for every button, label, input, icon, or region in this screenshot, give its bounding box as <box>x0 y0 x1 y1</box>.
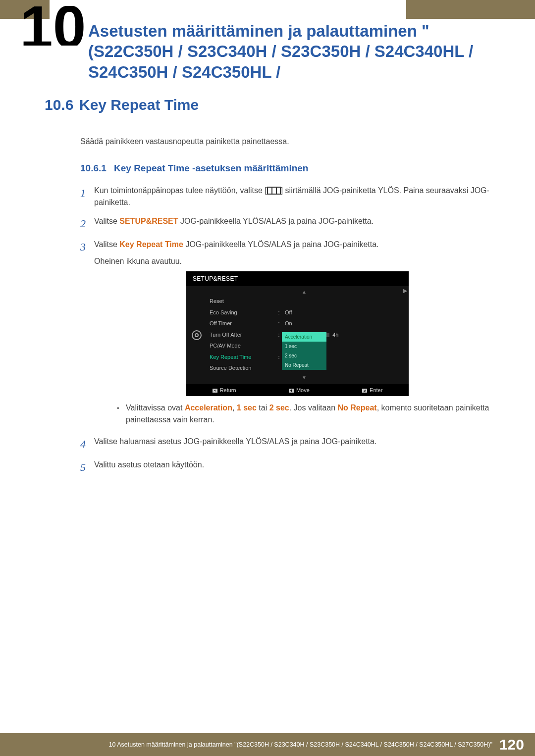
step-2-text-a: Valitse <box>94 217 119 225</box>
bullet-note: Valittavissa ovat Acceleration, 1 sec ta… <box>117 402 500 426</box>
step-number: 3 <box>80 239 94 429</box>
osd-value: 4h <box>332 332 338 338</box>
step-5-text: Valittu asetus otetaan käyttöön. <box>94 459 500 475</box>
osd-move: Move <box>288 386 310 395</box>
chevron-up-icon: ▲ <box>208 288 401 296</box>
step-number: 4 <box>80 436 94 452</box>
osd-row-eco: Eco Saving : Off <box>208 307 401 318</box>
popup-option: 2 sec <box>282 351 326 360</box>
step-number: 1 <box>80 185 94 208</box>
section-intro: Säädä painikkeen vastausnopeutta painike… <box>80 137 500 146</box>
popup-option: 1 sec <box>282 342 326 351</box>
step-3-subtext: Oheinen ikkuna avautuu. <box>94 255 500 267</box>
osd-value: Off <box>281 308 292 317</box>
osd-label: Reset <box>208 297 277 305</box>
step-3-text-b: JOG-painikkeella YLÖS/ALAS ja paina JOG-… <box>183 240 379 249</box>
footer-breadcrumb: 10 Asetusten määrittäminen ja palauttami… <box>109 741 492 748</box>
step-3-text-a: Valitse <box>94 240 119 249</box>
step-3-highlight: Key Repeat Time <box>119 240 183 249</box>
chevron-down-icon: ▼ <box>208 374 401 381</box>
bullet-text: , <box>232 403 237 412</box>
bullet-text: . Jos valitaan <box>289 403 338 412</box>
osd-row-reset: Reset <box>208 296 401 307</box>
osd-panel: SETUP&RESET ▲ Reset <box>186 271 409 396</box>
header-cutout <box>50 0 406 19</box>
step-number: 5 <box>80 459 94 475</box>
osd-enter: Enter <box>362 386 382 395</box>
step-5: 5 Valittu asetus otetaan käyttöön. <box>80 459 500 475</box>
osd-label: Turn Off After <box>208 331 277 339</box>
bullet-text: Valittavissa ovat <box>126 403 185 412</box>
page-footer: 10 Asetusten määrittäminen ja palauttami… <box>0 733 535 756</box>
section-heading: 10.6Key Repeat Time <box>45 97 500 113</box>
step-4-text: Valitse haluamasi asetus JOG-painikkeell… <box>94 436 500 452</box>
subsection-heading: 10.6.1Key Repeat Time -asetuksen määritt… <box>80 163 500 174</box>
osd-footer: Return Move Enter <box>186 384 409 397</box>
menu-icon <box>267 187 281 195</box>
section-title: Key Repeat Time <box>79 97 199 113</box>
step-2-text-b: JOG-painikkeella YLÖS/ALAS ja paina JOG-… <box>178 217 374 225</box>
osd-value: On <box>281 319 292 328</box>
osd-label: PC/AV Mode <box>208 342 277 350</box>
bullet-icon <box>117 402 126 426</box>
osd-popup: Acceleration 1 sec 2 sec No Repeat <box>282 332 326 370</box>
osd-row-offtimer: Off Timer : On <box>208 318 401 329</box>
step-4: 4 Valitse haluamasi asetus JOG-painikkee… <box>80 436 500 452</box>
osd-return: Return <box>212 386 236 395</box>
bullet-opt: Acceleration <box>185 403 232 412</box>
popup-option-selected: Acceleration <box>282 332 326 342</box>
bullet-opt: 2 sec <box>269 403 289 412</box>
osd-label: Off Timer <box>208 319 277 328</box>
osd-label: Eco Saving <box>208 308 277 317</box>
osd-label: Source Detection <box>208 364 277 372</box>
osd-label-selected: Key Repeat Time <box>208 353 277 361</box>
subsection-title: Key Repeat Time -asetuksen määrittäminen <box>114 163 308 173</box>
page-title: Asetusten määrittäminen ja palauttaminen… <box>88 21 500 82</box>
step-1-text-a: Kun toimintonäppäinopas tulee näyttöön, … <box>94 186 267 195</box>
chevron-right-icon: ▶ <box>401 286 409 384</box>
page-number: 120 <box>499 736 524 753</box>
chapter-number: 10 <box>20 6 86 46</box>
bullet-opt: No Repeat <box>338 403 377 412</box>
step-3: 3 Valitse Key Repeat Time JOG-painikkeel… <box>80 239 500 429</box>
bullet-text: tai <box>257 403 269 412</box>
section-number: 10.6 <box>45 97 79 113</box>
step-2-highlight: SETUP&RESET <box>119 217 178 225</box>
step-1: 1 Kun toimintonäppäinopas tulee näyttöön… <box>80 185 500 208</box>
gear-icon <box>192 330 202 340</box>
step-2: 2 Valitse SETUP&RESET JOG-painikkeella Y… <box>80 215 500 232</box>
osd-title: SETUP&RESET <box>186 271 409 286</box>
popup-option: No Repeat <box>282 360 326 370</box>
bullet-opt: 1 sec <box>237 403 257 412</box>
step-number: 2 <box>80 215 94 232</box>
subsection-number: 10.6.1 <box>80 163 114 174</box>
